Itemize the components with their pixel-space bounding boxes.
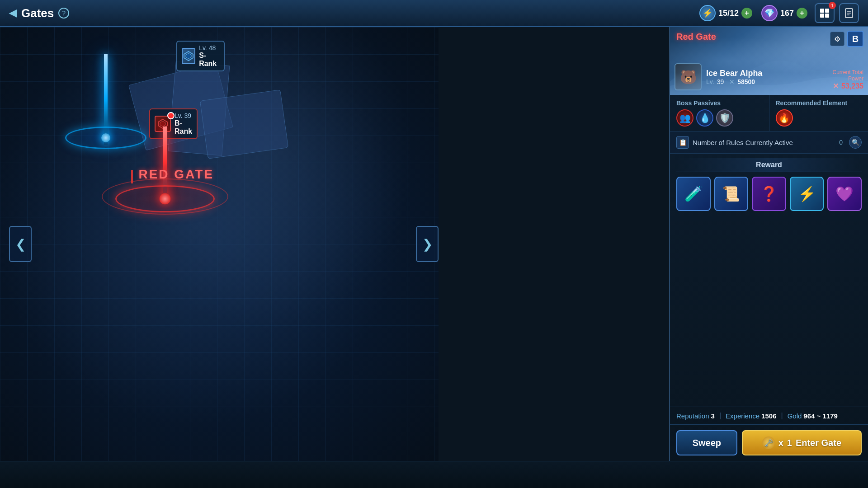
- enter-count: 1: [787, 438, 792, 448]
- blue-gate-rank: S-Rank: [199, 52, 219, 68]
- svg-marker-9: [186, 53, 191, 59]
- nav-arrow-left[interactable]: ❮: [9, 226, 32, 262]
- boss-current-total-label: Current Total: [833, 69, 863, 75]
- back-icon: ◀: [9, 7, 17, 19]
- gate-label-bar: [131, 170, 133, 183]
- reward-item-1[interactable]: 📜: [714, 177, 749, 211]
- back-button[interactable]: ◀: [9, 7, 17, 19]
- reward-items-row: 🧪 📜 ❓ ⚡ 💜: [676, 177, 862, 211]
- rules-count: 0: [839, 139, 843, 146]
- gate-settings-button[interactable]: ⚙: [830, 32, 844, 46]
- recommended-icons-row: 🔥: [776, 109, 862, 127]
- gate-rank-area: ⚙ B: [830, 31, 863, 47]
- passive-icons-row: 👥 💧 🛡️: [676, 109, 763, 127]
- reward-item-0[interactable]: 🧪: [676, 177, 711, 211]
- bottom-bar: [0, 461, 868, 488]
- svg-marker-11: [160, 121, 165, 127]
- gate-label-text: RED GATE: [138, 167, 214, 181]
- gate-panel-title: Red Gate: [676, 32, 716, 42]
- boss-current-power: Current Total Power ✕ 53,235: [833, 69, 863, 90]
- passives-section: Boss Passives 👥 💧 🛡️ Recommended Element…: [670, 95, 868, 131]
- red-gate-badge: Lv. 39 B-Rank: [149, 108, 198, 139]
- blue-gate-ring: [65, 127, 146, 149]
- boss-avatar: 🐻: [675, 63, 702, 90]
- recommended-icon: 🔥: [776, 109, 793, 127]
- red-gate-level: Lv. 39: [175, 112, 192, 119]
- page-title: Gates: [21, 6, 54, 20]
- boss-passives-label: Boss Passives: [676, 99, 763, 107]
- experience-label: Experience: [726, 412, 760, 420]
- grid-menu-button[interactable]: 1: [815, 3, 835, 23]
- right-panel: Red Gate ⚙ B 🐻 Ice Bear Alpha Lv. 39 ✕ 5…: [669, 27, 868, 461]
- svg-rect-3: [825, 14, 829, 18]
- passive-icon-0: 👥: [676, 109, 693, 127]
- enter-key-icon: 🗝️: [762, 436, 775, 449]
- blue-gate-level: Lv. 48: [199, 44, 219, 52]
- passive-icon-2: 🛡️: [716, 109, 733, 127]
- rules-row: 📋 Number of Rules Currently Active 0 🔍: [676, 136, 862, 149]
- red-gate-label: RED GATE: [131, 167, 214, 183]
- boss-name: Ice Bear Alpha: [706, 69, 762, 78]
- svg-rect-1: [825, 9, 829, 13]
- reward-label: Reward: [676, 158, 862, 172]
- gate-rank-badge: B: [847, 31, 863, 47]
- profile-button[interactable]: [839, 3, 859, 23]
- passive-icon-1: 💧: [696, 109, 713, 127]
- crystal-icon: 💎: [761, 5, 778, 21]
- blue-gate-icon: [182, 48, 195, 64]
- reward-section: Reward 🧪 📜 ❓ ⚡ 💜: [670, 154, 868, 407]
- crystal-resource: 💎 167 +: [761, 5, 807, 21]
- red-gate-info: Lv. 39 B-Rank: [175, 112, 192, 136]
- boss-power-value: 58500: [737, 78, 755, 85]
- help-button[interactable]: ?: [58, 8, 69, 19]
- action-buttons: Sweep 🗝️ x1 Enter Gate: [670, 425, 868, 461]
- experience-value: 1506: [761, 412, 776, 420]
- boss-details: Ice Bear Alpha Lv. 39 ✕ 58500: [706, 69, 762, 85]
- nav-arrow-right[interactable]: ❯: [416, 226, 439, 262]
- gold-label: Gold: [788, 412, 802, 420]
- svg-rect-0: [820, 9, 824, 13]
- boss-total-power-value: ✕ 53,235: [833, 82, 863, 90]
- reward-item-4[interactable]: 💜: [827, 177, 862, 211]
- red-gate-notification: [167, 112, 175, 119]
- top-bar: ◀ Gates ? ⚡ 15/12 + 💎 167 + 1: [0, 0, 868, 27]
- stamina-icon: ⚡: [699, 5, 716, 21]
- boss-power-label: Power: [833, 75, 863, 82]
- grid-icon: [820, 8, 830, 18]
- recommended-element-col: Recommended Element 🔥: [769, 95, 868, 131]
- rules-icon: 📋: [676, 136, 689, 149]
- rules-search-button[interactable]: 🔍: [849, 136, 862, 149]
- stamina-resource: ⚡ 15/12 +: [699, 5, 752, 21]
- enter-gate-button[interactable]: 🗝️ x1 Enter Gate: [742, 430, 862, 455]
- reward-item-3[interactable]: ⚡: [790, 177, 824, 211]
- reputation-value: 3: [711, 412, 715, 420]
- boss-passives-col: Boss Passives 👥 💧 🛡️: [670, 95, 769, 131]
- reputation-label: Reputation: [676, 412, 709, 420]
- gate-header-image: Red Gate ⚙ B 🐻 Ice Bear Alpha Lv. 39 ✕ 5…: [670, 27, 868, 95]
- crystal-add-button[interactable]: +: [797, 8, 807, 19]
- stat-divider-1: |: [719, 412, 721, 420]
- enter-label: Enter Gate: [796, 438, 841, 448]
- stamina-add-button[interactable]: +: [741, 8, 752, 19]
- map-background: Lv. 48 S-Rank Lv. 39 B-Rank: [0, 27, 439, 461]
- boss-level-value: 39: [717, 78, 724, 85]
- blue-gate[interactable]: Lv. 48 S-Rank: [104, 54, 108, 145]
- stat-divider-2: |: [781, 412, 783, 420]
- profile-icon: [844, 8, 854, 18]
- sweep-button[interactable]: Sweep: [676, 430, 737, 455]
- map-area: Lv. 48 S-Rank Lv. 39 B-Rank: [0, 27, 439, 461]
- reward-item-2[interactable]: ❓: [752, 177, 786, 211]
- rules-section: 📋 Number of Rules Currently Active 0 🔍: [670, 131, 868, 154]
- blue-gate-badge: Lv. 48 S-Rank: [176, 41, 225, 71]
- stats-row: Reputation 3 | Experience 1506 | Gold 96…: [670, 407, 868, 425]
- recommended-label: Recommended Element: [776, 99, 862, 107]
- boss-info: 🐻 Ice Bear Alpha Lv. 39 ✕ 58500: [675, 63, 762, 90]
- cross-icon: ✕: [833, 82, 839, 90]
- red-gate[interactable]: Lv. 39 B-Rank: [163, 127, 167, 199]
- red-gate-ring-outer: [102, 178, 228, 215]
- boss-level-row: Lv. 39 ✕ 58500: [706, 78, 762, 85]
- red-gate-rank: B-Rank: [175, 119, 192, 136]
- gold-value: 964 ~ 1179: [803, 412, 838, 420]
- blue-gate-info: Lv. 48 S-Rank: [199, 44, 219, 68]
- stamina-value: 15/12: [718, 9, 739, 18]
